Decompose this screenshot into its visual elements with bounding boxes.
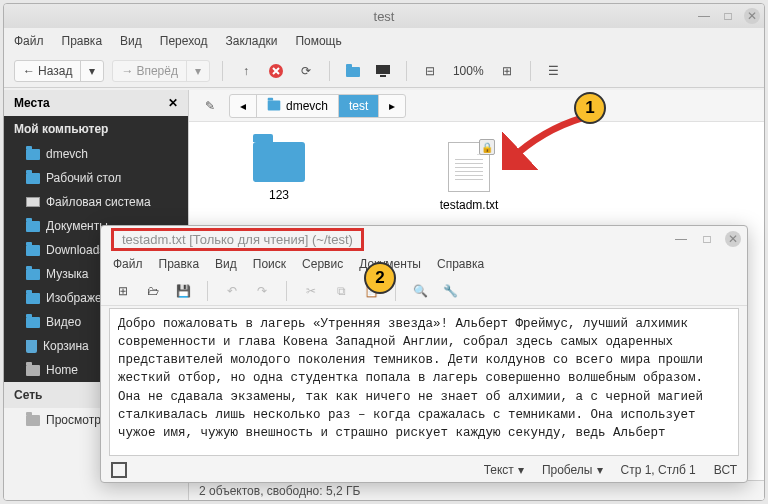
sidebar-toggle-icon[interactable] <box>111 462 127 478</box>
copy-icon: ⧉ <box>331 281 351 301</box>
ed-menu-search[interactable]: Поиск <box>253 257 286 271</box>
folder-item-123[interactable]: 123 <box>229 142 329 212</box>
minimize-icon[interactable]: — <box>696 8 712 24</box>
folder-icon <box>253 142 305 182</box>
ed-menu-view[interactable]: Вид <box>215 257 237 271</box>
insert-mode: ВСТ <box>714 463 737 477</box>
open-icon[interactable]: 🗁 <box>143 281 163 301</box>
save-icon: 💾 <box>173 281 193 301</box>
menu-go[interactable]: Переход <box>160 34 208 48</box>
text-editor-window: testadm.txt [Только для чтения] (~/test)… <box>100 225 748 483</box>
path-next-icon[interactable]: ▸ <box>378 95 405 117</box>
annotation-label-2: 2 <box>364 262 396 294</box>
home-icon[interactable] <box>342 60 364 82</box>
back-button[interactable]: ← Назад ▾ <box>14 60 104 82</box>
fm-title: test <box>374 9 395 24</box>
file-label: 123 <box>269 188 289 202</box>
replace-icon[interactable]: 🔧 <box>440 281 460 301</box>
cursor-position: Стр 1, Стлб 1 <box>621 463 696 477</box>
zoom-level: 100% <box>449 64 488 78</box>
reload-icon[interactable]: ⟳ <box>295 60 317 82</box>
editor-content[interactable]: Добро пожаловать в лагерь «Утренняя звез… <box>109 308 739 456</box>
sidebar-item-dmevch[interactable]: dmevch <box>4 142 188 166</box>
menu-bookmarks[interactable]: Закладки <box>225 34 277 48</box>
syntax-dropdown[interactable]: Текст ▾ <box>484 463 524 477</box>
ed-menu-edit[interactable]: Правка <box>159 257 200 271</box>
file-label: testadm.txt <box>440 198 499 212</box>
ed-toolbar: ⊞ 🗁 💾 ↶ ↷ ✂ ⧉ 📋 🔍 🔧 <box>101 276 747 306</box>
icon-view[interactable]: 123 🔒 testadm.txt <box>189 122 764 232</box>
zoom-in-icon[interactable]: ⊞ <box>496 60 518 82</box>
ed-title: testadm.txt [Только для чтения] (~/test) <box>111 228 364 251</box>
undo-icon: ↶ <box>222 281 242 301</box>
close-icon[interactable]: ✕ <box>744 8 760 24</box>
edit-path-icon[interactable]: ✎ <box>199 95 221 117</box>
sidebar-header: Места✕ <box>4 90 188 116</box>
fm-toolbar: ← Назад ▾ → Вперёд ▾ ↑ ⟳ ⊟ 100% ⊞ ☰ <box>4 54 764 88</box>
pathbar: ✎ ◂ dmevch test ▸ <box>189 90 764 122</box>
sidebar-group-computer: Мой компьютер <box>4 116 188 142</box>
svg-rect-4 <box>380 75 386 77</box>
fm-titlebar: test — □ ✕ <box>4 4 764 28</box>
ed-titlebar: testadm.txt [Только для чтения] (~/test)… <box>101 226 747 252</box>
annotation-label-1: 1 <box>574 92 606 124</box>
up-icon[interactable]: ↑ <box>235 60 257 82</box>
ed-statusbar: Текст ▾ Пробелы ▾ Стр 1, Стлб 1 ВСТ <box>101 458 747 482</box>
lock-icon: 🔒 <box>479 139 495 155</box>
whitespace-dropdown[interactable]: Пробелы ▾ <box>542 463 603 477</box>
sidebar-item-desktop[interactable]: Рабочий стол <box>4 166 188 190</box>
path-seg-test[interactable]: test <box>338 95 378 117</box>
close-icon[interactable]: ✕ <box>725 231 741 247</box>
minimize-icon[interactable]: — <box>673 231 689 247</box>
zoom-out-icon[interactable]: ⊟ <box>419 60 441 82</box>
search-icon[interactable]: 🔍 <box>410 281 430 301</box>
forward-button: → Вперёд ▾ <box>112 60 210 82</box>
menu-help[interactable]: Помощь <box>295 34 341 48</box>
document-icon: 🔒 <box>448 142 490 192</box>
computer-icon[interactable] <box>372 60 394 82</box>
cut-icon: ✂ <box>301 281 321 301</box>
sidebar-item-filesystem[interactable]: Файловая система <box>4 190 188 214</box>
fm-statusbar: 2 объектов, свободно: 5,2 ГБ <box>189 480 764 500</box>
path-seg-dmevch[interactable]: dmevch <box>256 95 338 117</box>
new-icon[interactable]: ⊞ <box>113 281 133 301</box>
view-mode-icon[interactable]: ☰ <box>543 60 565 82</box>
ed-menu-file[interactable]: Файл <box>113 257 143 271</box>
menu-file[interactable]: Файл <box>14 34 44 48</box>
svg-rect-2 <box>346 64 352 68</box>
redo-icon: ↷ <box>252 281 272 301</box>
fm-menubar: Файл Правка Вид Переход Закладки Помощь <box>4 28 764 54</box>
ed-menu-service[interactable]: Сервис <box>302 257 343 271</box>
maximize-icon[interactable]: □ <box>699 231 715 247</box>
ed-menubar: Файл Правка Вид Поиск Сервис Документы С… <box>101 252 747 276</box>
path-prev-icon[interactable]: ◂ <box>230 95 256 117</box>
maximize-icon[interactable]: □ <box>720 8 736 24</box>
svg-rect-3 <box>376 65 390 74</box>
svg-rect-1 <box>346 67 360 77</box>
stop-icon[interactable] <box>265 60 287 82</box>
menu-view[interactable]: Вид <box>120 34 142 48</box>
ed-menu-help[interactable]: Справка <box>437 257 484 271</box>
menu-edit[interactable]: Правка <box>62 34 103 48</box>
